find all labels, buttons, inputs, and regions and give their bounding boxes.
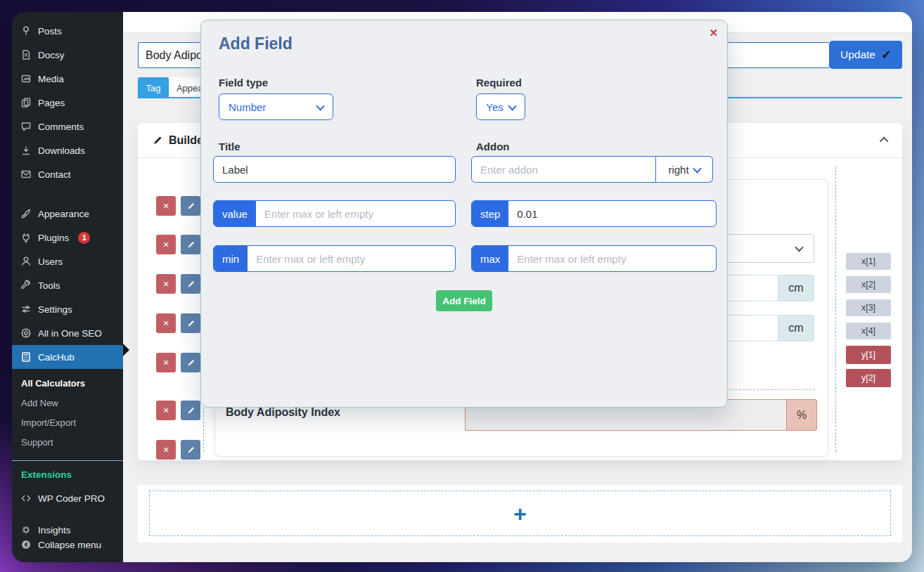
step-input[interactable]: 0.01 xyxy=(508,201,716,226)
edit-field-button[interactable] xyxy=(181,353,200,372)
edit-field-button[interactable] xyxy=(181,313,200,333)
comment-icon xyxy=(19,121,33,132)
min-input[interactable]: Enter max or left empty xyxy=(248,246,455,271)
remove-field-button[interactable]: ✕ xyxy=(156,196,176,216)
sidebar-item-posts[interactable]: Posts xyxy=(12,19,123,43)
sidebar-item-contact[interactable]: Contact xyxy=(12,162,123,186)
builder-title: Builder xyxy=(152,134,207,147)
tab-tag[interactable]: Tag xyxy=(138,77,169,98)
app-window: Posts Docsy Media Pages Comments Downloa… xyxy=(12,12,912,562)
pen-icon xyxy=(186,358,195,368)
admin-sidebar: Posts Docsy Media Pages Comments Downloa… xyxy=(12,12,123,562)
modal-title: Add Field xyxy=(219,34,293,53)
sidebar-item-appearance[interactable]: Appearance xyxy=(12,202,123,226)
edit-field-button[interactable] xyxy=(181,440,200,460)
pen-icon xyxy=(186,406,195,415)
extensions-header: Extensions xyxy=(12,465,123,484)
sidebar-item-plugins[interactable]: Plugins 1 xyxy=(12,226,123,249)
addon-label: Addon xyxy=(476,141,509,152)
sidebar-item-users[interactable]: Users xyxy=(12,249,123,273)
sidebar-item-docsy[interactable]: Docsy xyxy=(12,43,123,67)
pages-icon xyxy=(19,97,33,108)
collapse-arrow-icon xyxy=(19,539,33,550)
envelope-icon xyxy=(19,169,33,180)
variable-badge-x3[interactable]: x[3] xyxy=(846,299,891,316)
sidebar-item-label: Appearance xyxy=(38,209,89,219)
title-input[interactable]: Label xyxy=(213,156,456,183)
chevron-down-icon xyxy=(316,101,325,110)
submenu-import-export[interactable]: Import/Export xyxy=(12,412,123,432)
field-row-controls: ✕ xyxy=(156,353,201,372)
submenu-all-calculators[interactable]: All Calculators xyxy=(12,373,123,393)
edit-field-button[interactable] xyxy=(181,235,200,254)
wrench-icon xyxy=(19,280,33,291)
variable-badge-x1[interactable]: x[1] xyxy=(846,253,891,270)
add-field-modal: ✕ Add Field Field type Required Number Y… xyxy=(200,20,728,408)
add-field-submit-button[interactable]: Add Field xyxy=(436,290,492,311)
media-icon xyxy=(19,73,33,84)
sidebar-item-wp-coder-pro[interactable]: WP Coder PRO xyxy=(12,484,123,512)
brush-icon xyxy=(19,208,33,219)
plugins-update-badge: 1 xyxy=(78,232,90,244)
value-input[interactable]: Enter max or left empty xyxy=(256,201,455,226)
title-label: Title xyxy=(219,141,240,152)
check-icon: ✓ xyxy=(881,47,892,63)
collapse-menu-button[interactable]: Collapse menu xyxy=(12,533,123,557)
result-label: Body Adiposity Index xyxy=(226,406,340,419)
addon-input[interactable]: Enter addon xyxy=(471,156,656,183)
sidebar-item-label: WP Coder PRO xyxy=(38,493,105,504)
submenu-add-new[interactable]: Add New xyxy=(12,393,123,412)
close-icon[interactable]: ✕ xyxy=(709,27,718,39)
add-section-dropzone[interactable]: + xyxy=(149,490,891,536)
max-badge: max xyxy=(472,246,508,271)
min-placeholder: Enter max or left empty xyxy=(256,253,365,265)
edit-field-button[interactable] xyxy=(181,401,200,420)
sidebar-item-media[interactable]: Media xyxy=(12,67,123,91)
variable-badge-y2[interactable]: y[2] xyxy=(846,369,891,387)
sidebar-item-label: CalcHub xyxy=(38,352,75,363)
edit-field-button[interactable] xyxy=(181,196,200,216)
remove-field-button[interactable]: ✕ xyxy=(156,440,176,460)
variable-badge-y1[interactable]: y[1] xyxy=(846,346,891,364)
pen-icon xyxy=(186,319,195,328)
sidebar-item-label: All in One SEO xyxy=(38,328,102,339)
sidebar-item-label: Media xyxy=(38,74,64,84)
sidebar-item-aioseo[interactable]: All in One SEO xyxy=(12,321,123,345)
sidebar-item-label: Posts xyxy=(38,26,62,37)
sidebar-item-pages[interactable]: Pages xyxy=(12,91,123,115)
pen-icon xyxy=(186,280,195,289)
remove-field-button[interactable]: ✕ xyxy=(156,274,176,294)
field-type-select[interactable]: Number xyxy=(219,93,333,120)
pin-icon xyxy=(19,25,33,37)
max-input[interactable]: Enter max or left empty xyxy=(508,246,716,271)
field-row-controls: ✕ xyxy=(156,274,201,294)
variable-badge-x2[interactable]: x[2] xyxy=(846,276,891,293)
collapse-panel-icon[interactable] xyxy=(880,137,889,146)
sidebar-item-label: Tools xyxy=(38,280,60,291)
variable-badge-x4[interactable]: x[4] xyxy=(846,323,891,339)
pen-icon xyxy=(186,446,195,455)
edit-field-button[interactable] xyxy=(181,274,200,294)
remove-field-button[interactable]: ✕ xyxy=(156,401,176,420)
sidebar-item-downloads[interactable]: Downloads xyxy=(12,138,123,162)
sidebar-item-comments[interactable]: Comments xyxy=(12,115,123,138)
addon-position-select[interactable]: right xyxy=(656,156,713,183)
sidebar-item-settings[interactable]: Settings xyxy=(12,297,123,321)
submenu-support[interactable]: Support xyxy=(12,432,123,452)
unit-addon: cm xyxy=(778,315,814,342)
value-badge: value xyxy=(214,201,256,226)
max-placeholder: Enter max or left empty xyxy=(517,253,626,265)
remove-field-button[interactable]: ✕ xyxy=(156,313,176,333)
sidebar-item-label: Comments xyxy=(38,122,84,132)
sidebar-item-label: Docsy xyxy=(38,50,65,60)
remove-field-button[interactable]: ✕ xyxy=(156,353,176,372)
sidebar-item-label: Downloads xyxy=(38,145,85,156)
update-button[interactable]: Update ✓ xyxy=(830,41,902,69)
field-row-controls: ✕ xyxy=(156,235,201,254)
sidebar-item-tools[interactable]: Tools xyxy=(12,273,123,297)
sidebar-item-calchub[interactable]: CalcHub xyxy=(12,345,123,369)
sliders-icon xyxy=(19,304,33,315)
sidebar-item-label: Collapse menu xyxy=(38,540,101,550)
required-select[interactable]: Yes xyxy=(476,93,525,120)
remove-field-button[interactable]: ✕ xyxy=(156,235,176,254)
